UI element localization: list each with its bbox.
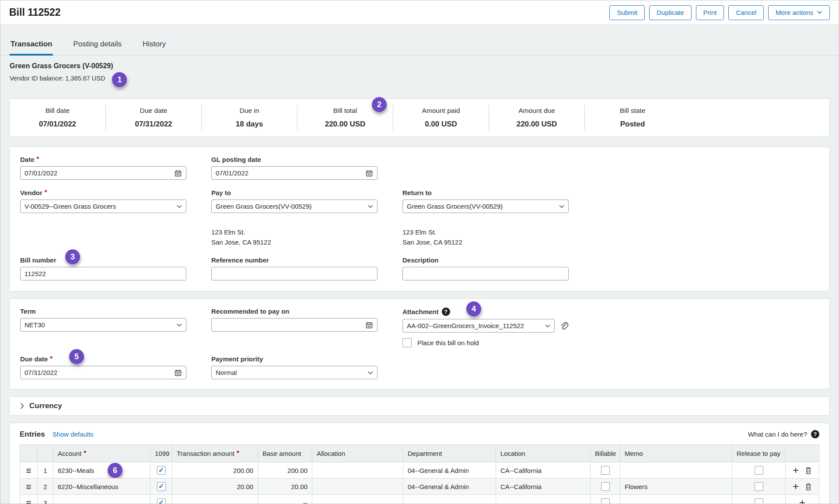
transaction-amount-cell[interactable] <box>172 495 258 504</box>
allocation-cell[interactable] <box>312 479 403 495</box>
account-cell[interactable] <box>53 495 150 504</box>
memo-column-header: Memo <box>620 445 732 462</box>
trash-icon[interactable] <box>805 466 812 475</box>
cancel-button[interactable]: Cancel <box>728 5 764 20</box>
description-field: Description <box>402 256 569 280</box>
reference-number-input[interactable] <box>216 270 373 277</box>
vendor-balance: Vendor ID balance: 1,385.67 USD <box>10 75 105 82</box>
pay-to-select[interactable]: Green Grass Grocers(VV-00529) <box>211 200 378 213</box>
print-button[interactable]: Print <box>696 5 724 20</box>
recommended-to-pay-on-input[interactable] <box>216 321 362 329</box>
bill-number-label: Bill number <box>20 256 56 264</box>
bill-number-input[interactable] <box>24 270 182 277</box>
bill-summary-bar: Bill date 07/01/2022 Due date 07/31/2022… <box>9 98 830 137</box>
help-icon[interactable] <box>442 308 450 316</box>
calendar-icon[interactable] <box>365 321 373 329</box>
base-amount-cell: 20.00 <box>258 479 312 495</box>
gl-posting-date-label: GL posting date <box>211 156 261 163</box>
term-field: Term NET30 <box>20 308 186 347</box>
description-input[interactable] <box>407 270 564 277</box>
entries-header-row: Account 1099 Transaction amount Base amo… <box>20 445 819 462</box>
department-cell[interactable]: 04--General & Admin <box>403 462 496 479</box>
summary-value: 220.00 USD <box>489 120 584 129</box>
billable-checkbox[interactable] <box>601 482 610 491</box>
transaction-amount-cell[interactable]: 200.00 <box>172 462 258 479</box>
drag-handle[interactable] <box>20 479 38 495</box>
tab-bar: Transaction Posting details History <box>0 25 839 56</box>
add-row-icon[interactable]: + <box>799 497 805 504</box>
vendor-block: Green Grass Grocers (V-00529) Vendor ID … <box>0 56 839 86</box>
tab-history[interactable]: History <box>142 40 167 56</box>
location-cell[interactable]: CA--California <box>496 462 591 479</box>
chevron-down-icon <box>177 205 182 208</box>
payment-priority-field: Payment priority Normal <box>211 355 378 379</box>
1099-checkbox[interactable] <box>157 498 166 504</box>
trash-icon[interactable] <box>805 483 812 491</box>
department-cell[interactable] <box>403 495 496 504</box>
memo-cell[interactable] <box>620 495 732 504</box>
location-cell[interactable]: CA--California <box>496 479 591 495</box>
1099-checkbox[interactable] <box>157 466 166 475</box>
more-actions-button[interactable]: More actions <box>768 5 830 20</box>
memo-cell[interactable]: Flowers <box>620 479 732 495</box>
drag-handle[interactable] <box>20 495 38 504</box>
billable-checkbox[interactable] <box>601 498 610 504</box>
currency-section[interactable]: Currency <box>9 396 830 416</box>
summary-label: Amount due <box>489 107 584 115</box>
vendor-select[interactable]: V-00529--Green Grass Grocers <box>20 200 186 213</box>
attachment-select-value: AA-002--GreenGrocers_Invoice_112522 <box>407 322 542 329</box>
submit-button[interactable]: Submit <box>609 5 645 20</box>
drag-handle[interactable] <box>20 462 38 479</box>
attachment-select[interactable]: AA-002--GreenGrocers_Invoice_112522 <box>402 319 555 332</box>
release-to-pay-checkbox[interactable] <box>755 498 763 504</box>
add-row-icon[interactable]: + <box>793 465 799 476</box>
return-to-address-line1: 123 Elm St. <box>402 227 569 237</box>
row-number: 2 <box>38 479 53 495</box>
chevron-down-icon <box>545 324 550 328</box>
pay-to-select-value: Green Grass Grocers(VV-00529) <box>216 203 364 210</box>
pay-to-address-line2: San Jose, CA 95122 <box>211 237 378 247</box>
add-row-icon[interactable]: + <box>793 481 799 492</box>
term-select[interactable]: NET30 <box>20 318 186 332</box>
help-icon[interactable] <box>811 430 819 438</box>
summary-due-in: Due in 18 days <box>201 105 297 130</box>
billable-checkbox[interactable] <box>601 466 610 475</box>
tab-posting-details[interactable]: Posting details <box>72 40 122 56</box>
gl-posting-date-input[interactable] <box>216 169 362 177</box>
due-date-input[interactable] <box>24 369 171 376</box>
hold-checkbox[interactable] <box>402 338 412 347</box>
actions-column-header <box>786 445 819 462</box>
release-to-pay-checkbox[interactable] <box>755 466 763 475</box>
location-cell[interactable] <box>496 495 591 504</box>
what-can-i-do-here-link[interactable]: What can I do here? <box>748 430 807 438</box>
transaction-amount-cell[interactable]: 20.00 <box>172 479 258 495</box>
date-input[interactable] <box>24 169 171 177</box>
payment-priority-label: Payment priority <box>211 355 263 363</box>
calendar-icon[interactable] <box>174 169 182 177</box>
row-number: 3 <box>38 495 53 504</box>
duplicate-button[interactable]: Duplicate <box>649 5 692 20</box>
1099-column-header: 1099 <box>150 445 172 462</box>
release-to-pay-column-header: Release to pay <box>732 445 786 462</box>
tab-transaction[interactable]: Transaction <box>10 40 53 56</box>
allocation-cell[interactable] <box>312 462 403 479</box>
paperclip-icon[interactable] <box>560 321 569 331</box>
memo-cell[interactable] <box>620 462 732 479</box>
callout-4-badge: 4 <box>466 301 481 316</box>
gl-posting-date-field: GL posting date <box>211 156 378 180</box>
allocation-cell[interactable] <box>312 495 403 504</box>
reference-number-field: Reference number <box>211 256 378 280</box>
account-cell[interactable]: 6230--Meals 6 <box>53 462 150 479</box>
calendar-icon[interactable] <box>365 169 373 177</box>
summary-value: 220.00 USD <box>297 120 393 129</box>
date-field: Date <box>20 156 186 180</box>
department-cell[interactable]: 04--General & Admin <box>403 479 496 495</box>
release-to-pay-checkbox[interactable] <box>755 482 763 491</box>
return-to-select[interactable]: Green Grass Grocers(VV-00529) <box>402 200 569 213</box>
1099-checkbox[interactable] <box>157 482 166 491</box>
account-cell[interactable]: 6220--Miscellaneous <box>53 479 150 495</box>
chevron-right-icon <box>20 403 24 409</box>
calendar-icon[interactable] <box>174 369 182 377</box>
show-defaults-link[interactable]: Show defaults <box>52 430 94 438</box>
payment-priority-select[interactable]: Normal <box>211 366 378 379</box>
